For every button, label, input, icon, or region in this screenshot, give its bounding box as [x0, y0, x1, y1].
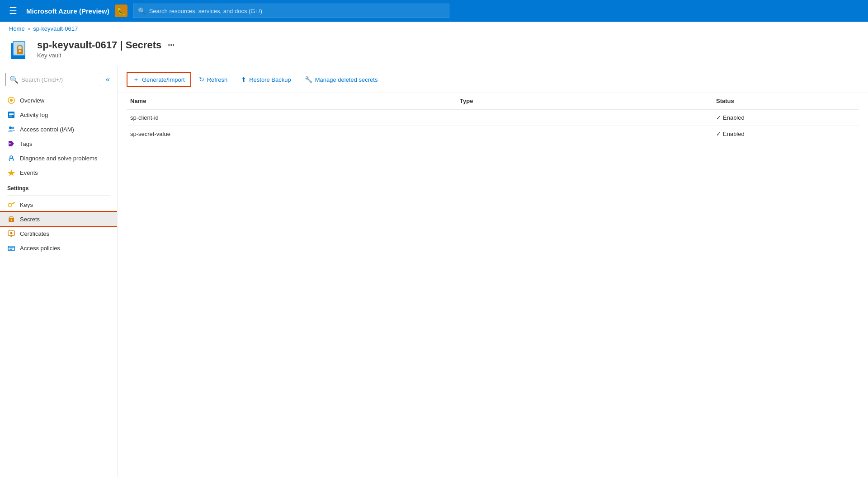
table-header: Name Type Status: [127, 93, 859, 109]
svg-point-24: [11, 220, 12, 221]
sidebar-item-keys[interactable]: Keys: [0, 197, 117, 212]
global-search[interactable]: 🔍: [133, 4, 449, 18]
sidebar: 🔍 « Overview Activity log: [0, 66, 118, 477]
resource-header: sp-keyvault-0617 | Secrets ··· Key vault: [0, 36, 868, 66]
table-row[interactable]: sp-client-id ✓ Enabled: [127, 109, 859, 126]
secret-status-cell: ✓ Enabled: [712, 109, 859, 126]
refresh-button[interactable]: ↻ Refresh: [193, 73, 234, 86]
sidebar-item-access-control[interactable]: Access control (IAM): [0, 122, 117, 136]
svg-rect-8: [9, 113, 14, 114]
sidebar-item-access-policies[interactable]: Access policies: [0, 241, 117, 255]
breadcrumb: Home > sp-keyvault-0617: [0, 22, 868, 36]
secret-name-cell: sp-client-id: [127, 109, 456, 126]
sidebar-item-overview[interactable]: Overview: [0, 93, 117, 108]
manage-icon: 🔧: [305, 76, 312, 83]
sidebar-item-label: Secrets: [20, 216, 40, 223]
restore-icon: ⬆: [241, 76, 246, 83]
sidebar-search-wrap: 🔍 «: [0, 70, 117, 91]
content-area: 🔍 « Overview Activity log: [0, 66, 868, 477]
table-body: sp-client-id ✓ Enabled sp-secret-value: [127, 109, 859, 142]
svg-line-19: [11, 202, 14, 204]
column-name-header: Name: [127, 93, 456, 109]
breadcrumb-home[interactable]: Home: [9, 25, 25, 32]
svg-rect-10: [9, 116, 12, 117]
certificates-icon: [7, 229, 15, 238]
refresh-icon: ↻: [199, 76, 204, 83]
sidebar-item-label: Keys: [20, 201, 33, 208]
keyvault-icon: [9, 39, 31, 61]
keys-icon: [7, 201, 15, 209]
sidebar-item-label: Overview: [20, 97, 44, 104]
access-policies-icon: [7, 244, 15, 252]
sidebar-item-label: Access control (IAM): [20, 126, 74, 133]
sidebar-item-label: Tags: [20, 140, 32, 147]
svg-point-4: [19, 50, 21, 52]
search-icon: 🔍: [138, 7, 146, 14]
feedback-bug-icon[interactable]: 🐛: [115, 5, 127, 17]
resource-icon: [9, 39, 31, 61]
resource-subtitle: Key vault: [37, 52, 176, 59]
global-search-input[interactable]: [149, 8, 444, 14]
sidebar-item-certificates[interactable]: Certificates: [0, 226, 117, 241]
sidebar-item-activity-log[interactable]: Activity log: [0, 108, 117, 122]
tags-icon: [7, 140, 15, 148]
breadcrumb-current[interactable]: sp-keyvault-0617: [33, 25, 78, 32]
sidebar-search-box[interactable]: 🔍: [5, 73, 101, 86]
svg-point-13: [9, 143, 11, 145]
column-type-header: Type: [456, 93, 712, 109]
sidebar-item-secrets[interactable]: Secrets: [0, 212, 117, 226]
generate-import-button[interactable]: ＋ Generate/Import: [127, 72, 191, 87]
hamburger-menu[interactable]: ☰: [5, 4, 21, 18]
sidebar-item-label: Certificates: [20, 230, 49, 237]
sidebar-item-label: Events: [20, 169, 38, 176]
app-title: Microsoft Azure (Preview): [26, 7, 109, 15]
overview-icon: [7, 96, 15, 104]
sidebar-item-label: Access policies: [20, 245, 60, 252]
events-icon: [7, 168, 15, 177]
table-row[interactable]: sp-secret-value ✓ Enabled: [127, 126, 859, 142]
ellipsis-menu-button[interactable]: ···: [166, 41, 176, 49]
svg-point-6: [10, 99, 13, 102]
svg-marker-17: [8, 169, 15, 176]
resource-title: sp-keyvault-0617 | Secrets ···: [37, 39, 176, 51]
restore-backup-button[interactable]: ⬆ Restore Backup: [235, 73, 297, 86]
secret-name-cell: sp-secret-value: [127, 126, 456, 142]
sidebar-collapse-button[interactable]: «: [104, 75, 112, 84]
sidebar-search-input[interactable]: [21, 76, 97, 83]
top-navigation: ☰ Microsoft Azure (Preview) 🐛 🔍: [0, 0, 868, 22]
sidebar-item-diagnose[interactable]: Diagnose and solve problems: [0, 151, 117, 165]
sidebar-divider: [7, 195, 110, 196]
secrets-icon: [7, 215, 15, 223]
resource-title-block: sp-keyvault-0617 | Secrets ··· Key vault: [37, 39, 176, 59]
activity-log-icon: [7, 111, 15, 119]
secret-status-cell: ✓ Enabled: [712, 126, 859, 142]
sidebar-item-events[interactable]: Events: [0, 165, 117, 180]
settings-section-title: Settings: [0, 180, 117, 193]
sidebar-item-label: Activity log: [20, 112, 48, 118]
svg-rect-9: [9, 114, 14, 115]
check-icon: ✓: [716, 131, 721, 137]
manage-deleted-button[interactable]: 🔧 Manage deleted secrets: [299, 73, 384, 86]
secret-type-cell: [456, 109, 712, 126]
toolbar: ＋ Generate/Import ↻ Refresh ⬆ Restore Ba…: [118, 66, 868, 93]
check-icon: ✓: [716, 114, 721, 121]
svg-point-11: [9, 126, 12, 129]
svg-point-18: [8, 203, 12, 207]
svg-point-26: [10, 232, 13, 234]
diagnose-icon: [7, 154, 15, 162]
sidebar-search-icon: 🔍: [9, 75, 19, 84]
main-panel: ＋ Generate/Import ↻ Refresh ⬆ Restore Ba…: [118, 66, 868, 477]
main-layout: Home > sp-keyvault-0617 sp-keyvault-0617…: [0, 22, 868, 477]
secret-type-cell: [456, 126, 712, 142]
secrets-table: Name Type Status sp-client-id ✓: [127, 93, 859, 142]
sidebar-item-tags[interactable]: Tags: [0, 136, 117, 151]
iam-icon: [7, 125, 15, 133]
svg-point-12: [12, 127, 14, 129]
svg-rect-29: [8, 246, 14, 251]
plus-icon: ＋: [133, 75, 139, 84]
breadcrumb-separator: >: [28, 26, 30, 32]
column-status-header: Status: [712, 93, 859, 109]
sidebar-item-label: Diagnose and solve problems: [20, 155, 97, 162]
secrets-table-wrap: Name Type Status sp-client-id ✓: [118, 93, 868, 142]
